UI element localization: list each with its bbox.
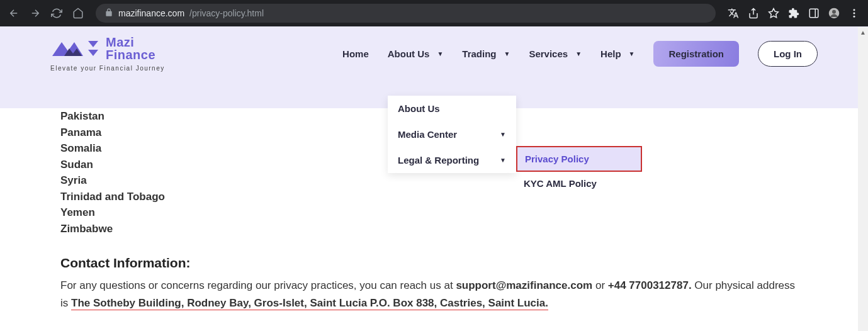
country-item: Syria xyxy=(60,172,798,189)
translate-icon[interactable] xyxy=(724,4,742,22)
svg-point-5 xyxy=(854,13,855,14)
vertical-scrollbar[interactable]: ▲ xyxy=(858,27,868,331)
logo-icon xyxy=(50,37,101,60)
site-logo[interactable]: Mazi Finance Elevate your Financial Jour… xyxy=(50,36,165,72)
svg-point-3 xyxy=(832,10,836,14)
forward-button[interactable] xyxy=(26,4,44,22)
page-viewport: Mazi Finance Elevate your Financial Jour… xyxy=(0,26,868,331)
svg-rect-0 xyxy=(809,9,818,18)
brand-name-1: Mazi xyxy=(106,36,155,48)
contact-email: support@mazifinance.com xyxy=(456,279,592,291)
contact-or: or xyxy=(592,279,608,291)
back-button[interactable] xyxy=(5,4,23,22)
site-header: Mazi Finance Elevate your Financial Jour… xyxy=(0,26,868,82)
panel-icon[interactable] xyxy=(805,4,823,22)
country-item: Trinidad and Tobago xyxy=(60,189,798,205)
registration-button[interactable]: Registration xyxy=(653,41,739,67)
contact-text: For any questions or concerns regarding … xyxy=(60,277,798,312)
url-path: /privacy-policy.html xyxy=(189,8,264,18)
url-domain: mazifinance.com xyxy=(118,8,184,18)
caret-down-icon: ▼ xyxy=(629,50,635,57)
nav-services[interactable]: Services▼ xyxy=(529,48,582,59)
caret-down-icon: ▼ xyxy=(504,50,510,57)
dropdown-media-center[interactable]: Media Center▼ xyxy=(388,121,516,147)
main-nav: Home About Us▼ Trading▼ Services▼ Help▼ … xyxy=(342,41,818,67)
share-icon[interactable] xyxy=(745,4,762,22)
about-dropdown: About Us Media Center▼ Legal & Reporting… xyxy=(388,96,516,173)
legal-submenu: Privacy Policy KYC AML Policy xyxy=(516,146,642,195)
home-button[interactable] xyxy=(69,4,87,22)
submenu-kyc-aml[interactable]: KYC AML Policy xyxy=(516,172,642,195)
nav-trading[interactable]: Trading▼ xyxy=(462,48,510,59)
country-item: Yemen xyxy=(60,205,798,221)
caret-right-icon: ▼ xyxy=(500,157,506,164)
address-bar[interactable]: mazifinance.com/privacy-policy.html xyxy=(96,4,716,23)
svg-marker-8 xyxy=(88,50,98,56)
lock-icon xyxy=(104,8,113,19)
nav-help[interactable]: Help▼ xyxy=(600,48,634,59)
dropdown-about-us[interactable]: About Us xyxy=(388,96,516,121)
contact-address: The Sotheby Building, Rodney Bay, Gros-I… xyxy=(71,297,548,310)
profile-icon[interactable] xyxy=(825,4,843,22)
contact-phone: +44 7700312787. xyxy=(608,279,692,291)
caret-down-icon: ▼ xyxy=(437,50,443,57)
brand-name-2: Finance xyxy=(106,48,155,61)
bookmark-icon[interactable] xyxy=(765,4,782,22)
svg-point-6 xyxy=(854,16,855,18)
browser-toolbar: mazifinance.com/privacy-policy.html xyxy=(0,0,868,26)
svg-marker-7 xyxy=(88,41,98,47)
submenu-privacy-policy[interactable]: Privacy Policy xyxy=(516,146,642,172)
reload-button[interactable] xyxy=(48,4,65,22)
dropdown-legal-reporting[interactable]: Legal & Reporting▼ xyxy=(388,147,516,173)
nav-home[interactable]: Home xyxy=(342,48,369,59)
login-button[interactable]: Log In xyxy=(758,41,818,67)
extensions-icon[interactable] xyxy=(785,4,803,22)
contact-intro: For any questions or concerns regarding … xyxy=(60,279,456,291)
svg-point-4 xyxy=(854,9,855,11)
nav-about[interactable]: About Us▼ xyxy=(388,48,444,59)
contact-heading: Contact Information: xyxy=(60,255,798,271)
caret-right-icon: ▼ xyxy=(500,131,506,138)
menu-icon[interactable] xyxy=(845,4,863,22)
country-item: Zimbabwe xyxy=(60,221,798,237)
brand-tagline: Elevate your Financial Journey xyxy=(50,65,165,72)
caret-down-icon: ▼ xyxy=(575,50,582,57)
scroll-up-arrow[interactable]: ▲ xyxy=(858,27,868,37)
